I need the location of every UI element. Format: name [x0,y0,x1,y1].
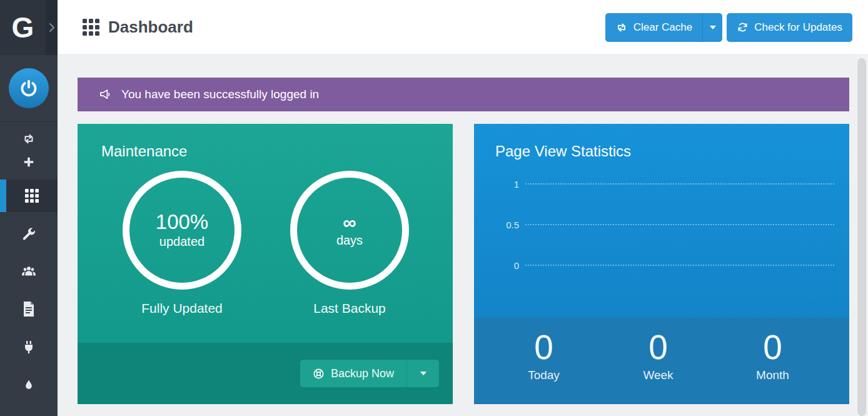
power-button[interactable] [9,68,49,108]
page-header: Dashboard Clear Cache [58,0,868,55]
clear-cache-button[interactable]: Clear Cache [605,21,703,34]
notification-message: You have been successfully logged in [121,88,319,101]
maintenance-panel: Maintenance 100% updated ∞ days Fully Up… [78,124,453,404]
chevron-right-icon [49,23,55,33]
check-updates-button[interactable]: Check for Updates [727,13,852,42]
stat-week-label: Week [601,368,715,382]
sidebar-item-tools[interactable] [0,216,58,253]
check-updates-label: Check for Updates [754,21,842,34]
retweet-icon [22,132,36,146]
login-notification: You have been successfully logged in [78,78,849,111]
power-icon [18,78,39,99]
backup-unit: days [336,233,363,248]
sidebar-collapse-toggle[interactable] [46,0,58,55]
backup-gauge-label: Last Backup [290,301,409,316]
wrench-icon [21,227,36,242]
clear-cache-dropdown-toggle[interactable] [702,13,722,42]
sidebar-item-appearance[interactable] [0,367,58,404]
page-view-statistics-title: Page View Statistics [495,143,631,160]
stat-month-label: Month [715,368,830,382]
dotted-gridline [525,183,834,185]
y-tick-label: 1 [484,179,519,190]
chart-gridline-row: 1 [484,178,834,190]
sidebar-item-refresh[interactable] [0,128,58,150]
scrollbar-track [855,55,868,416]
sidebar: G [0,0,58,416]
updated-gauge-label: Fully Updated [123,301,241,316]
backup-split-button: Backup Now [300,360,439,387]
plug-icon [21,340,36,355]
caret-down-icon [420,372,426,375]
backup-value: ∞ [343,213,356,233]
dashboard-grid-icon [83,19,99,36]
admin-dashboard-page: G [0,0,868,416]
sidebar-item-add[interactable] [0,151,58,173]
sidebar-item-modules[interactable] [0,328,58,366]
logo-letter: G [12,13,34,42]
retweet-icon [615,21,628,34]
page-title: Dashboard [108,18,193,37]
chart-gridline-row: 0.5 [484,218,834,231]
stat-today-label: Today [487,368,601,382]
sidebar-item-users[interactable] [0,253,58,290]
dotted-gridline [525,265,834,266]
logo[interactable]: G [0,0,46,55]
backup-now-button[interactable]: Backup Now [300,360,406,387]
maintenance-title: Maintenance [101,143,187,160]
y-tick-label: 0.5 [484,220,519,230]
stat-month: 0 Month [715,318,830,404]
megaphone-icon [99,88,113,102]
dotted-gridline [525,224,834,225]
chart-gridline-row: 0 [484,259,834,271]
stat-week: 0 Week [601,318,715,404]
backup-gauge: ∞ days [290,171,409,290]
maintenance-footer: Backup Now [78,343,453,404]
caret-down-icon [710,26,716,29]
stat-today: 0 Today [487,318,601,404]
scrollbar-thumb[interactable] [857,58,866,416]
stat-week-value: 0 [601,328,715,367]
updated-gauge: 100% updated [123,171,241,290]
refresh-icon [737,21,749,33]
droplet-icon [23,378,35,393]
stat-month-value: 0 [715,328,830,367]
backup-now-label: Backup Now [331,367,394,380]
header-actions: Clear Cache Check for Updates [605,13,852,42]
sidebar-power-section [0,55,58,122]
grid-icon [25,189,39,203]
updated-value: 100% [156,211,208,233]
sidebar-item-pages[interactable] [0,290,58,328]
backup-dropdown-toggle[interactable] [406,360,439,387]
document-icon [22,302,36,317]
page-view-summary: 0 Today 0 Week 0 Month [474,318,849,404]
life-ring-icon [313,368,325,380]
stat-today-value: 0 [487,328,601,367]
page-view-statistics-panel: Page View Statistics 1 0.5 0 0 Today 0 W… [474,124,849,404]
users-icon [21,263,37,280]
clear-cache-label: Clear Cache [633,21,693,34]
updated-unit: updated [159,235,204,249]
clear-cache-split-button: Clear Cache [605,13,723,42]
y-tick-label: 0 [484,260,519,271]
plus-icon [22,155,36,169]
sidebar-item-dashboard[interactable] [0,180,58,212]
